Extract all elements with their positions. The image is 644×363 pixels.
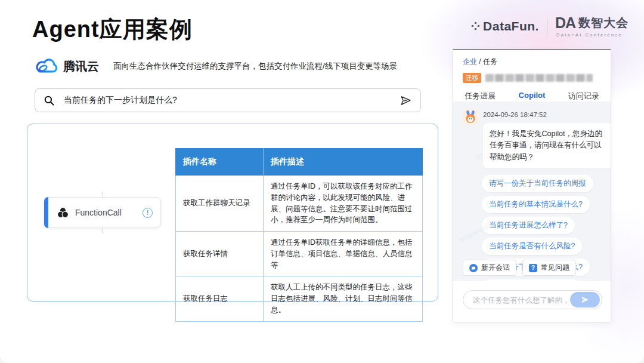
search-icon: [44, 95, 55, 106]
send-query-button[interactable]: [400, 95, 411, 106]
faq-label: 常见问题: [541, 263, 569, 273]
suggestion-chip[interactable]: 请写一份关于当前任务的周报: [482, 175, 593, 192]
conference-logo-mark: DA: [555, 14, 575, 32]
breadcrumb: 企业 / 任务: [463, 57, 601, 67]
datafun-logo: DataFun.: [471, 19, 539, 33]
function-call-node[interactable]: FunctionCall !: [44, 197, 161, 228]
chat-area: arianewang arianewang arianewang 2024-09…: [453, 101, 611, 281]
chat-action-row: 新开会话 ? 常见问题: [463, 260, 576, 276]
status-badge: 迁移: [463, 73, 481, 83]
conference-logo-subtitle: Data+AI Conference: [556, 32, 623, 38]
copilot-rabbit-avatar: [463, 109, 478, 125]
tencent-cloud-icon: [34, 57, 59, 75]
node-connector-top: [103, 192, 103, 196]
datafun-logo-text: DataFun.: [483, 19, 539, 33]
intro-row: 腾讯云 面向生态合作伙伴交付运维的支撑平台，包括交付作业流程/线下项目变更等场景: [34, 57, 397, 75]
column-header-plugin-desc: 插件描述: [264, 149, 423, 176]
task-title-row: 迁移: [463, 73, 601, 83]
page-title: Agent应用案例: [32, 14, 193, 45]
faq-button[interactable]: ? 常见问题: [522, 260, 576, 276]
copilot-panel: 企业 / 任务 迁移 任务进展 Copilot 访问记录 arianewang …: [453, 49, 611, 322]
plugin-name-cell: 获取任务日志: [176, 276, 264, 321]
chat-bubble-icon: [469, 264, 478, 272]
plugin-table: 插件名称 插件描述 获取工作群聊天记录 通过任务单ID，可以获取该任务对应的工作…: [175, 148, 423, 322]
slide: Agent应用案例 DataFun. DA 数智大会 Data+AI Confe…: [0, 0, 644, 363]
chat-input-area: [453, 281, 611, 322]
query-text[interactable]: 当前任务的下一步计划是什么?: [64, 95, 177, 106]
message-timestamp: 2024-09-26 18:47:52: [483, 111, 611, 118]
plugin-desc-cell: 通过任务单ID获取任务单的详细信息，包括订单信息、项目信息、单据信息、人员信息等: [264, 232, 423, 276]
suggestion-chip[interactable]: 当前任务是否有什么风险?: [482, 238, 582, 255]
chat-input-wrap: [463, 290, 602, 309]
plugin-name-cell: 获取工作群聊天记录: [176, 176, 264, 232]
diagram-panel: FunctionCall ! 插件名称 插件描述 获取工作群聊天记录 通过任务单…: [27, 124, 438, 302]
node-label: FunctionCall: [75, 208, 122, 217]
conference-logo: DA 数智大会 Data+AI Conference: [555, 14, 628, 38]
function-call-icon: [57, 207, 69, 219]
vendor-name: 腾讯云: [63, 59, 99, 75]
plugin-name-cell: 获取任务详情: [176, 232, 264, 276]
plugin-table-header-row: 插件名称 插件描述: [176, 149, 423, 176]
paper-plane-icon: [400, 95, 411, 106]
conference-logo-name: 数智大会: [578, 15, 628, 31]
welcome-message-bubble: 您好！我是安兔Copilot，您身边的任务百事通，请问现在有什么可以帮助您的吗？: [483, 123, 611, 168]
node-accent-bar: [44, 197, 48, 228]
breadcrumb-separator: /: [477, 57, 483, 66]
plugin-desc-cell: 获取人工上传的不同类型的任务日志，这些日志包括进展、风险、计划、日志时间等信息。: [264, 276, 423, 321]
task-title-redacted: [485, 74, 593, 82]
faq-icon: ?: [529, 264, 537, 272]
new-conversation-button[interactable]: 新开会话: [463, 260, 516, 276]
suggestion-chip[interactable]: 当前任务的基本情况是什么?: [482, 196, 590, 213]
new-conversation-label: 新开会话: [481, 263, 510, 273]
query-bar[interactable]: 当前任务的下一步计划是什么?: [35, 88, 421, 112]
brand-divider: [547, 18, 547, 35]
chat-send-button[interactable]: [570, 292, 600, 307]
brand-area: DataFun. DA 数智大会 Data+AI Conference: [471, 14, 628, 38]
breadcrumb-current: 任务: [483, 57, 497, 66]
node-connector-bottom: [103, 229, 103, 233]
chat-input[interactable]: [472, 291, 569, 310]
plugin-desc-cell: 通过任务单ID，可以获取该任务对应的工作群的讨论内容，以此发现可能的风险、进展、…: [264, 176, 423, 232]
assistant-message: 2024-09-26 18:47:52 您好！我是安兔Copilot，您身边的任…: [463, 109, 602, 168]
breadcrumb-root-link[interactable]: 企业: [463, 57, 477, 66]
table-row: 获取任务日志 获取人工上传的不同类型的任务日志，这些日志包括进展、风险、计划、日…: [176, 276, 423, 321]
table-row: 获取任务详情 通过任务单ID获取任务单的详细信息，包括订单信息、项目信息、单据信…: [176, 232, 423, 276]
info-icon[interactable]: !: [143, 208, 153, 218]
send-plane-icon: [581, 296, 589, 304]
vendor-description: 面向生态合作伙伴交付运维的支撑平台，包括交付作业流程/线下项目变更等场景: [113, 61, 397, 72]
column-header-plugin-name: 插件名称: [176, 149, 264, 176]
table-row: 获取工作群聊天记录 通过任务单ID，可以获取该任务对应的工作群的讨论内容，以此发…: [176, 176, 423, 232]
datafun-dots-icon: [471, 21, 481, 31]
